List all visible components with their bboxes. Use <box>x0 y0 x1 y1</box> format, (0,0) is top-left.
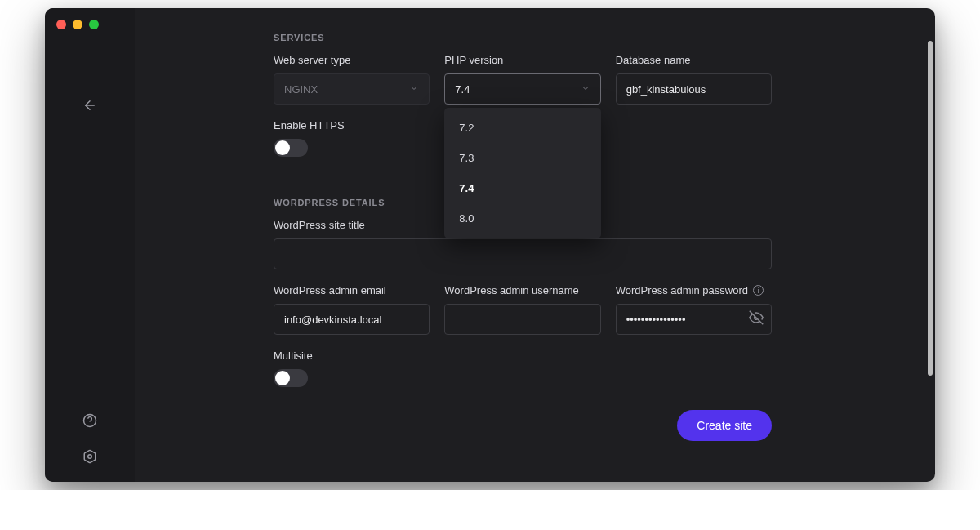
php-option[interactable]: 7.3 <box>444 143 600 173</box>
app-window: SERVICES Web server type NGINX PHP versi… <box>45 8 935 482</box>
database-name-input[interactable] <box>616 73 772 105</box>
web-server-value: NGINX <box>284 83 318 96</box>
database-name-label: Database name <box>616 54 772 66</box>
sidebar <box>45 8 135 482</box>
web-server-select: NGINX <box>274 73 430 105</box>
php-version-label: PHP version <box>444 54 600 66</box>
create-site-button[interactable]: Create site <box>677 410 772 441</box>
toggle-knob <box>275 140 290 155</box>
wp-admin-email-input[interactable] <box>274 304 430 335</box>
maximize-window-button[interactable] <box>89 20 99 29</box>
php-version-value: 7.4 <box>455 83 470 96</box>
php-option[interactable]: 7.4 <box>444 173 600 203</box>
multisite-toggle[interactable] <box>274 369 308 387</box>
php-version-select[interactable]: 7.4 <box>444 73 600 105</box>
minimize-window-button[interactable] <box>73 20 82 29</box>
chevron-down-icon <box>409 83 419 96</box>
scrollbar[interactable] <box>928 41 933 474</box>
settings-icon[interactable] <box>82 449 97 467</box>
wp-admin-username-input[interactable] <box>444 304 600 335</box>
info-icon[interactable]: i <box>753 285 764 296</box>
toggle-password-visibility-icon[interactable] <box>749 310 764 328</box>
php-option[interactable]: 7.2 <box>444 113 600 143</box>
svg-point-3 <box>88 455 92 459</box>
wp-admin-username-label: WordPress admin username <box>444 284 600 296</box>
help-icon[interactable] <box>82 413 97 431</box>
enable-https-toggle[interactable] <box>274 139 308 157</box>
php-option[interactable]: 8.0 <box>444 203 600 234</box>
php-version-dropdown: 7.2 7.3 7.4 8.0 <box>444 108 600 238</box>
multisite-label: Multisite <box>274 350 772 362</box>
wp-admin-password-label: WordPress admin password i <box>616 284 772 296</box>
wp-site-title-input[interactable] <box>274 238 772 269</box>
web-server-label: Web server type <box>274 54 430 66</box>
close-window-button[interactable] <box>56 20 66 29</box>
scrollbar-thumb[interactable] <box>928 41 933 376</box>
main-panel: SERVICES Web server type NGINX PHP versi… <box>135 8 935 482</box>
window-controls <box>56 20 99 29</box>
chevron-down-icon <box>581 83 590 96</box>
wp-admin-email-label: WordPress admin email <box>274 284 430 296</box>
services-heading: SERVICES <box>274 33 772 42</box>
back-button[interactable] <box>82 98 97 116</box>
toggle-knob <box>275 371 290 385</box>
